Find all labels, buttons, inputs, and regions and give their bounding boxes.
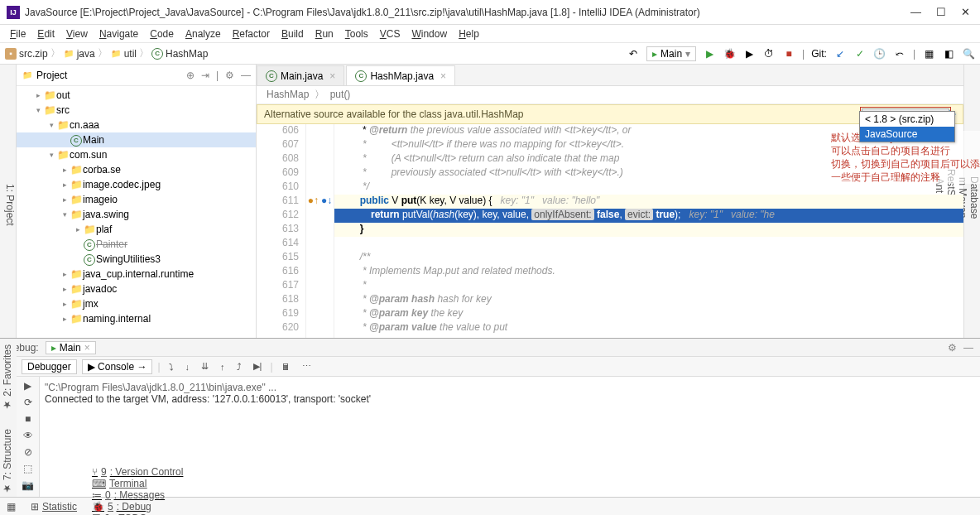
menu-navigate[interactable]: Navigate: [94, 26, 143, 41]
console-tab[interactable]: ▶ Console →: [82, 359, 153, 374]
tree-item-corba.se[interactable]: ▸📁corba.se: [17, 162, 256, 177]
menu-tools[interactable]: Tools: [340, 26, 373, 41]
tree-item-cn.aaa[interactable]: ▾📁cn.aaa: [17, 118, 256, 132]
status-5: Debug[interactable]: 🐞 5: Debug: [92, 501, 183, 513]
dropdown-item[interactable]: < 1.8 > (src.zip): [860, 112, 954, 127]
menu-refactor[interactable]: Refactor: [228, 26, 275, 41]
step-over-button[interactable]: ⤵: [166, 361, 177, 373]
tree-item-java.swing[interactable]: ▾📁java.swing: [17, 207, 256, 222]
code-line-617[interactable]: *: [334, 279, 963, 293]
status-0: Messages[interactable]: ≔ 0: Messages: [92, 489, 183, 501]
code-line-612[interactable]: return putVal(hash(key), key, value, onl…: [334, 209, 963, 223]
step-out-button[interactable]: ↑: [217, 361, 228, 373]
project-settings-button[interactable]: ⚙: [225, 70, 234, 81]
status-square[interactable]: ▦: [7, 501, 16, 513]
debug-button[interactable]: 🐞: [723, 47, 736, 60]
rerun-button[interactable]: ▶: [24, 380, 31, 392]
code-line-611[interactable]: public V put(K key, V value) { key: "1" …: [334, 195, 963, 209]
search-everywhere-button[interactable]: 🔍: [962, 47, 975, 60]
status-Statistic[interactable]: ⊞ Statistic: [31, 501, 77, 513]
editor-tab-HashMap.java[interactable]: CHashMap.java×: [346, 65, 455, 85]
menu-file[interactable]: File: [5, 26, 31, 41]
code-line-614[interactable]: [334, 237, 963, 251]
layout-button[interactable]: ◧: [942, 47, 955, 60]
back-button[interactable]: ↶: [627, 47, 640, 60]
run-button[interactable]: ▶: [703, 47, 716, 60]
menu-run[interactable]: Run: [310, 26, 339, 41]
project-hide-button[interactable]: —: [241, 70, 251, 81]
tree-item-out[interactable]: ▸📁out: [17, 88, 256, 103]
left-tab[interactable]: ★ 2: Favorites: [0, 339, 17, 416]
dropdown-item[interactable]: JavaSource: [860, 127, 954, 142]
debug-hide-button[interactable]: —: [963, 342, 973, 354]
view-breakpoints-button[interactable]: 👁: [23, 430, 33, 441]
tree-item-com.sun[interactable]: ▾📁com.sun: [17, 147, 256, 162]
close-button[interactable]: ✕: [961, 6, 970, 18]
tree-item-Main[interactable]: CMain: [17, 132, 256, 147]
tree-item-image.codec.jpeg[interactable]: ▸📁image.codec.jpeg: [17, 177, 256, 192]
vcs-revert-button[interactable]: ⤺: [893, 47, 906, 60]
debug-settings-button[interactable]: ⚙: [948, 342, 957, 354]
editor-tab-Main.java[interactable]: CMain.java×: [257, 65, 344, 85]
breadcrumb-src.zip[interactable]: ▪src.zip: [5, 48, 48, 60]
code-line-613[interactable]: }: [334, 223, 963, 237]
menu-code[interactable]: Code: [145, 26, 179, 41]
code-line-618[interactable]: * @param hash hash for key: [334, 293, 963, 307]
menu-help[interactable]: Help: [454, 26, 484, 41]
mute-breakpoints-button[interactable]: ⊘: [24, 446, 32, 458]
code-line-616[interactable]: * Implements Map.put and related methods…: [334, 265, 963, 279]
maximize-button[interactable]: ☐: [936, 6, 946, 18]
resume-button[interactable]: ⟳: [24, 397, 32, 408]
coverage-button[interactable]: ▶: [742, 47, 756, 60]
tree-item-imageio[interactable]: ▸📁imageio: [17, 192, 256, 207]
menu-edit[interactable]: Edit: [32, 26, 60, 41]
menu-view[interactable]: View: [61, 26, 93, 41]
evaluate-button[interactable]: 🖩: [278, 361, 294, 373]
trace-button[interactable]: ⋯: [299, 360, 315, 373]
vcs-history-button[interactable]: 🕒: [873, 47, 886, 60]
breadcrumb-HashMap[interactable]: CHashMap: [151, 48, 208, 60]
project-collapse-button[interactable]: ⇥: [201, 70, 209, 81]
left-tab[interactable]: ★ 7: Structure: [0, 424, 17, 499]
breadcrumb-java[interactable]: 📁java: [63, 48, 95, 60]
force-step-into-button[interactable]: ⇊: [198, 360, 212, 373]
tree-item-java_cup.internal.runtime[interactable]: ▸📁java_cup.internal.runtime: [17, 267, 256, 282]
stop-debug-button[interactable]: ■: [25, 413, 31, 425]
tree-item-jmx[interactable]: ▸📁jmx: [17, 296, 256, 311]
breadcrumb-util[interactable]: 📁util: [110, 48, 137, 60]
menu-build[interactable]: Build: [276, 26, 309, 41]
debugger-tab[interactable]: Debugger: [22, 359, 77, 374]
tree-item-plaf[interactable]: ▸📁plaf: [17, 222, 256, 237]
project-locate-button[interactable]: ⊕: [186, 70, 195, 81]
tree-item-naming.internal[interactable]: ▸📁naming.internal: [17, 311, 256, 326]
menu-vcs[interactable]: VCS: [375, 26, 406, 41]
tree-item-src[interactable]: ▾📁src: [17, 103, 256, 118]
tree-item-javadoc[interactable]: ▸📁javadoc: [17, 282, 256, 296]
menu-window[interactable]: Window: [406, 26, 452, 41]
status-6: TODO[interactable]: ☑ 6: TODO: [92, 513, 183, 516]
left-tool-tab-project[interactable]: 1: Project: [0, 65, 17, 338]
code-line-619[interactable]: * @param key the key: [334, 307, 963, 321]
right-tab-Database[interactable]: Database: [968, 70, 980, 326]
vcs-commit-button[interactable]: ✓: [853, 47, 867, 60]
tree-item-SwingUtilities3[interactable]: CSwingUtilities3: [17, 252, 256, 267]
structure-button[interactable]: ▦: [922, 47, 935, 60]
code-line-615[interactable]: /**: [334, 251, 963, 265]
profile-button[interactable]: ⏱: [762, 47, 776, 60]
debug-config-tab[interactable]: ▸Main×: [46, 341, 96, 354]
dump-button[interactable]: ⬚: [23, 463, 32, 474]
code-line-620[interactable]: * @param value the value to put: [334, 321, 963, 335]
step-into-button[interactable]: ↓: [182, 361, 194, 373]
status-Terminal[interactable]: ⌨ Terminal: [92, 478, 183, 489]
camera-button[interactable]: 📷: [22, 479, 34, 491]
source-selector-dropdown[interactable]: < 1.8 > (src.zip)JavaSource: [859, 111, 955, 142]
run-to-cursor-button[interactable]: ▶|: [250, 360, 266, 373]
status-9: Version Control[interactable]: ⑂ 9: Version Control: [92, 466, 183, 478]
editor-breadcrumb[interactable]: HashMap 〉 put(): [257, 86, 963, 104]
vcs-update-button[interactable]: ↙: [833, 47, 847, 60]
minimize-button[interactable]: —: [910, 6, 921, 18]
menu-analyze[interactable]: Analyze: [180, 26, 226, 41]
stop-button[interactable]: ■: [782, 47, 795, 60]
drop-frame-button[interactable]: ⤴: [233, 361, 245, 373]
tree-item-Painter[interactable]: CPainter: [17, 237, 256, 252]
